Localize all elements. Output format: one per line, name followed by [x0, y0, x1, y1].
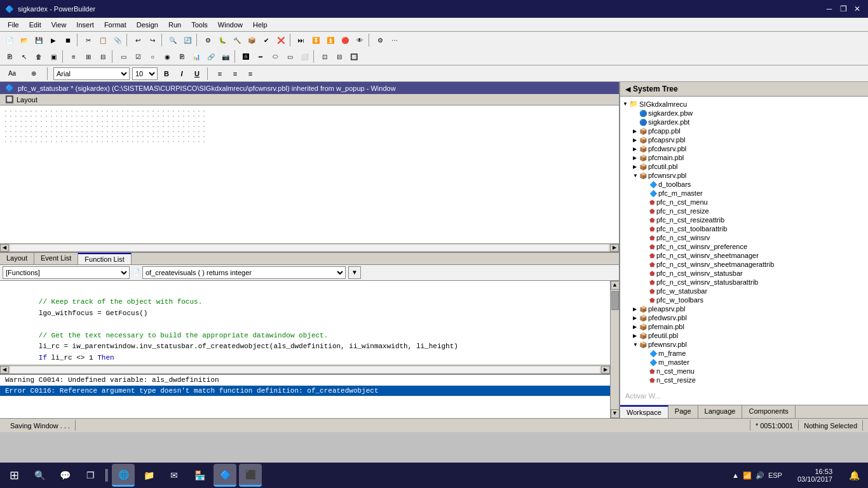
tree-item-pfedwsrv[interactable]: ▶ 📦 pfedwsrv.pbl	[623, 313, 865, 322]
expand-pfeutil[interactable]: ▶	[633, 333, 639, 339]
tb-font-preset[interactable]: Aa	[3, 67, 22, 81]
tb-properties[interactable]: ⚙	[373, 33, 387, 47]
restore-button[interactable]: ❐	[837, 3, 849, 15]
tb-tab[interactable]: ⊡	[318, 50, 332, 64]
font-size-select[interactable]: 10	[132, 67, 158, 80]
tb-stepout[interactable]: ⏫	[323, 33, 337, 47]
tray-lang[interactable]: ESP	[768, 471, 782, 479]
menu-edit[interactable]: Edit	[24, 20, 46, 30]
tree-pfcapsrv-expand[interactable]: ▶	[633, 137, 639, 143]
tree-item-pfcncstresizeattrib[interactable]: ⬟ pfc_n_cst_resizeattrib	[623, 215, 865, 224]
tb-step[interactable]: ⏭	[294, 33, 308, 47]
tree-tab-workspace[interactable]: Workspace	[620, 405, 668, 418]
tb-align[interactable]: ≡	[67, 50, 81, 64]
tab-function-list[interactable]: Function List	[78, 253, 131, 264]
tree-item-pfcncstmenu[interactable]: ⬟ pfc_n_cst_menu	[623, 198, 865, 207]
scroll-thumb[interactable]	[611, 291, 619, 310]
tb-new[interactable]: 📄	[3, 33, 17, 47]
tree-item-mmaster[interactable]: 🔷 m_master	[623, 358, 865, 367]
taskbar-mail[interactable]: ✉	[163, 464, 186, 487]
tb-copy[interactable]: 📋	[96, 33, 110, 47]
align-left-button[interactable]: ≡	[214, 67, 226, 80]
tb-stepinto[interactable]: ⏬	[309, 33, 323, 47]
menu-window[interactable]: Window	[213, 20, 248, 30]
tree-item-pfcncstb[interactable]: ⬟ pfc_n_cst_winsrv_sheetmanager	[623, 251, 865, 260]
tb-redo[interactable]: ↪	[146, 33, 159, 47]
tree-tab-page[interactable]: Page	[668, 405, 698, 418]
tree-item-mframe[interactable]: 🔷 m_frame	[623, 349, 865, 358]
align-center-button[interactable]: ≡	[229, 67, 241, 80]
menu-run[interactable]: Run	[163, 20, 186, 30]
tb-ocx[interactable]: 🔲	[347, 50, 361, 64]
tree-tab-components[interactable]: Components	[742, 405, 795, 418]
notification-btn[interactable]: 🔔	[843, 464, 865, 487]
taskbar-app2[interactable]: ⬛	[239, 464, 262, 487]
code-area[interactable]: // Keep track of the object with focus. …	[0, 281, 610, 365]
tb-compile[interactable]: ⚙	[201, 33, 215, 47]
tree-item-pfeutil[interactable]: ▶ 📦 pfeutil.pbl	[623, 331, 865, 340]
bold-button[interactable]: B	[160, 67, 173, 80]
tb-ctrl7[interactable]: 🔗	[204, 50, 218, 64]
tree-item-pfcwstatusbar[interactable]: ⬟ pfc_w_statusbar	[623, 287, 865, 295]
tb-find[interactable]: 🔍	[166, 33, 180, 47]
tb-more[interactable]: ⋯	[388, 33, 402, 47]
tree-item-dtoolbars[interactable]: 🔷 d_toolbars	[623, 180, 865, 189]
tree-item-root[interactable]: ▼ 📁 SIGkdxalmrecu	[623, 99, 865, 109]
tb-ctrl1[interactable]: ▭	[116, 50, 130, 64]
tb-delete[interactable]: 🗑	[32, 50, 46, 64]
tb-breakpoint[interactable]: 🔴	[338, 33, 352, 47]
tray-arrow[interactable]: ▲	[732, 471, 739, 479]
tree-item-pfcncstd[interactable]: ⬟ pfc_n_cst_winsrv_statusbar	[623, 269, 865, 278]
tb-error[interactable]: ❌	[274, 33, 288, 47]
underline-button[interactable]: U	[191, 67, 203, 80]
tab-event-list[interactable]: Event List	[34, 253, 78, 264]
menu-design[interactable]: Design	[132, 20, 163, 30]
scroll-down-btn[interactable]: ▼	[611, 409, 620, 418]
expand-pfewnsrv[interactable]: ▼	[633, 342, 639, 348]
tree-item-pfcncsttoolbarattrib[interactable]: ⬟ pfc_n_cst_toolbarattrib	[623, 224, 865, 233]
tree-item-pfcncstwinsrv[interactable]: ⬟ pfc_n_cst_winsrv	[623, 233, 865, 242]
tree-item-pfcncstc[interactable]: ⬟ pfc_n_cst_winsrv_sheetmanagerattrib	[623, 260, 865, 269]
tb-stop[interactable]: ⏹	[61, 33, 75, 47]
tb-build[interactable]: 🔨	[230, 33, 244, 47]
tb-round[interactable]: ⬜	[297, 50, 311, 64]
tree-item-ncstresize[interactable]: ⬟ n_cst_resize	[623, 376, 865, 384]
tb-static[interactable]: 🅰	[239, 50, 253, 64]
tb-ctrl5[interactable]: 🖹	[175, 50, 189, 64]
tb-size[interactable]: ⊞	[81, 50, 95, 64]
tb-line[interactable]: ━	[254, 50, 268, 64]
tb-check[interactable]: ✔	[259, 33, 273, 47]
tree-item-pbw[interactable]: 🔵 sigkardex.pbw	[623, 109, 865, 118]
tree-item-pfcutil[interactable]: ▶ 📦 pfcutil.pbl	[623, 162, 865, 171]
taskbar-taskview[interactable]: ❐	[79, 464, 102, 487]
tree-item-pfewnsrv[interactable]: ▼ 📦 pfewnsrv.pbl	[623, 340, 865, 349]
tab-layout[interactable]: Layout	[0, 253, 34, 264]
tree-item-pfcncstwa[interactable]: ⬟ pfc_n_cst_winsrv_preference	[623, 242, 865, 251]
taskbar-cortana[interactable]: 💬	[53, 464, 76, 487]
tree-pfcmain-expand[interactable]: ▶	[633, 155, 639, 161]
vertical-scrollbar[interactable]: ▲ ▼	[610, 281, 619, 419]
tree-pfcdwsrv-expand[interactable]: ▶	[633, 146, 639, 152]
tb-toolbar[interactable]: ⊟	[332, 50, 346, 64]
tb-style-preset[interactable]: ⊕	[24, 67, 43, 81]
menu-format[interactable]: Format	[99, 20, 132, 30]
tree-item-pfcmain[interactable]: ▶ 📦 pfcmain.pbl	[623, 153, 865, 162]
tb-ctrl6[interactable]: 📊	[189, 50, 203, 64]
tb-new2[interactable]: 🖹	[3, 50, 17, 64]
tb-ctrl8[interactable]: 📷	[219, 50, 233, 64]
align-right-button[interactable]: ≡	[244, 67, 257, 80]
scroll-up-btn[interactable]: ▲	[611, 281, 620, 290]
tb-replace[interactable]: 🔄	[180, 33, 194, 47]
menu-view[interactable]: View	[46, 20, 72, 30]
tb-undo[interactable]: ↩	[131, 33, 145, 47]
tree-item-pfcdwsrv[interactable]: ▶ 📦 pfcdwsrv.pbl	[623, 144, 865, 153]
tree-item-pfcapsrv[interactable]: ▶ 📦 pfcapsrv.pbl	[623, 135, 865, 144]
start-button[interactable]: ⊞	[3, 464, 25, 487]
time-display[interactable]: 16:53 03/10/2017	[792, 466, 837, 484]
tb-select2[interactable]: ▣	[46, 50, 60, 64]
tb-rect[interactable]: ▭	[283, 50, 297, 64]
menu-help[interactable]: Help	[248, 20, 273, 30]
expand-pfemain[interactable]: ▶	[633, 324, 639, 330]
tb-watch[interactable]: 👁	[353, 33, 367, 47]
tb-select[interactable]: ↖	[17, 50, 31, 64]
